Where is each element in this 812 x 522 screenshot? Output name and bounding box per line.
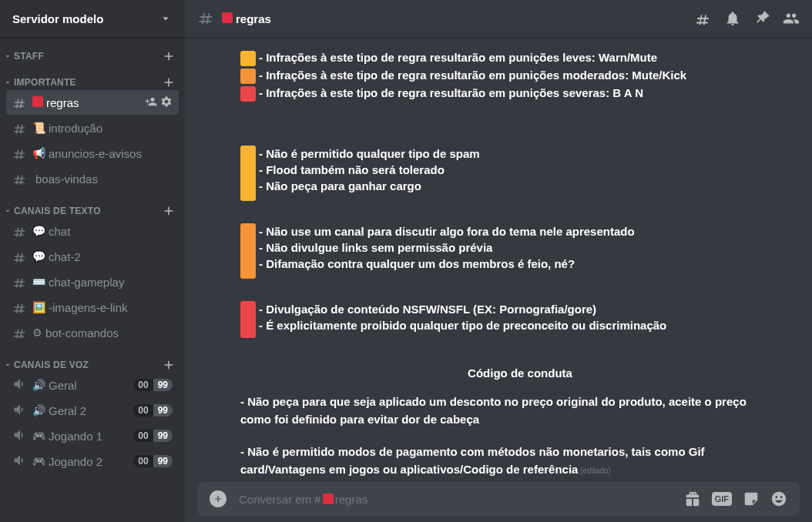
rule-group: - Divulgação de conteúdo NSFW/NSFL (EX: … <box>240 301 800 338</box>
text-channel[interactable]: 📢anuncios-e-avisos <box>6 141 179 166</box>
emoji-icon[interactable] <box>770 490 787 507</box>
voice-channel[interactable]: 🔊Geral 20099 <box>6 398 179 423</box>
invite-icon[interactable] <box>145 95 157 110</box>
attach-button[interactable] <box>210 490 226 507</box>
conduct-heading: Código de conduta <box>240 360 800 392</box>
server-name: Servidor modelo <box>12 12 103 25</box>
text-channel[interactable]: boas-vindas <box>6 166 179 191</box>
channel-title: regras <box>222 12 271 25</box>
category-header[interactable]: STAFF <box>0 37 185 63</box>
gif-button[interactable]: GIF <box>712 492 732 506</box>
message-input[interactable]: Conversar em #regras GIF <box>197 482 800 516</box>
sticker-icon[interactable] <box>743 490 760 507</box>
gift-icon[interactable] <box>684 490 701 507</box>
input-placeholder: Conversar em #regras <box>239 493 684 506</box>
text-channel[interactable]: 🖼️-imagens-e-link <box>6 295 179 320</box>
conduct-rule: - Não é permitido modos de pagamento com… <box>240 442 800 482</box>
conduct-rule: - Não peça para que seja aplicado um des… <box>240 392 800 442</box>
members-icon[interactable] <box>783 10 800 27</box>
bell-icon[interactable] <box>724 10 741 27</box>
rule-legend: - Infrações à este tipo de regra resulta… <box>240 49 800 66</box>
text-channel[interactable]: ⚙bot-comandos <box>6 320 179 345</box>
topbar: regras <box>185 0 812 37</box>
channel-emoji <box>222 12 233 25</box>
category-header[interactable]: CANAIS DE VOZ <box>0 346 185 372</box>
voice-channel[interactable]: 🔊Geral0099 <box>6 373 179 397</box>
channel-list: STAFFIMPORTANTEregras📜introdução📢anuncio… <box>0 37 185 522</box>
channel-sidebar: Servidor modelo STAFFIMPORTANTEregras📜in… <box>0 0 185 522</box>
text-channel[interactable]: regras <box>6 90 179 115</box>
plus-icon <box>213 494 223 504</box>
server-header[interactable]: Servidor modelo <box>0 0 185 37</box>
category-header[interactable]: IMPORTANTE <box>0 63 185 89</box>
main-panel: regras - Infrações à este tipo de regra … <box>185 0 812 522</box>
voice-channel[interactable]: 🎮Jogando 10099 <box>6 423 179 448</box>
text-channel[interactable]: ⌨️chat-gameplay <box>6 269 179 294</box>
category-header[interactable]: CANAIS DE TEXTO <box>0 192 185 218</box>
text-channel[interactable]: 📜introdução <box>6 115 179 140</box>
rule-group: - Não use um canal para discutir algo fo… <box>240 223 800 279</box>
text-channel[interactable]: 💬chat-2 <box>6 244 179 269</box>
pin-icon[interactable] <box>753 10 770 27</box>
hash-icon <box>197 8 222 29</box>
input-area: Conversar em #regras GIF <box>185 482 812 522</box>
gear-icon[interactable] <box>160 95 173 110</box>
voice-channel[interactable]: 🎮Jogando 20099 <box>6 449 179 473</box>
rule-legend: - Infrações à este tipo de regra resulta… <box>240 85 800 102</box>
threads-icon[interactable] <box>695 10 712 27</box>
text-channel[interactable]: 💬chat <box>6 219 179 243</box>
message-content: - Infrações à este tipo de regra resulta… <box>185 37 812 482</box>
rule-group: - Não é permitido qualquer tipo de spam-… <box>240 146 800 201</box>
rule-legend: - Infrações à este tipo de regra resulta… <box>240 67 800 84</box>
chevron-down-icon <box>159 12 173 25</box>
